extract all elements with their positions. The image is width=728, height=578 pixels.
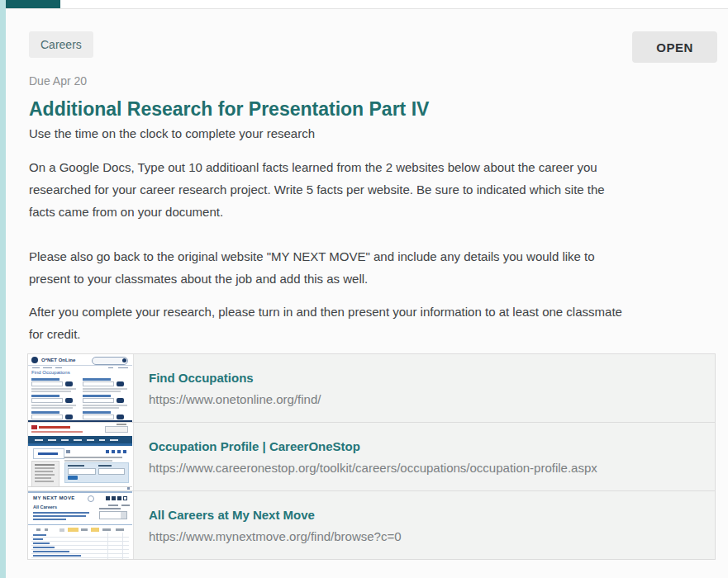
assignment-paragraph: On a Google Docs, Type out 10 additioanl… (29, 156, 634, 223)
assignment-paragraph: Please also go back to the original webs… (29, 245, 634, 290)
occupation-profile-tab (33, 448, 64, 459)
link-title[interactable]: Find Occupations (149, 371, 321, 385)
assignment-page: Careers OPEN Due Apr 20 Additional Resea… (0, 0, 728, 578)
link-url: https://www.onetonline.org/find/ (149, 392, 321, 406)
link-title[interactable]: Occupation Profile | CareerOneStop (149, 439, 597, 453)
onet-logo-icon (31, 357, 38, 363)
resource-link-card-mynextmove[interactable]: MY NEXT MOVE All Careers (27, 490, 716, 560)
resource-link-card-careeronestop[interactable]: Occupation Profile | CareerOneStop https… (27, 422, 716, 491)
careeronestop-thumbnail (28, 423, 134, 490)
top-tab-bar (6, 0, 728, 9)
mynextmove-compass-icon (88, 495, 94, 502)
careeronestop-logo-icon (31, 425, 37, 429)
link-url: https://www.careeronestop.org/toolkit/ca… (149, 461, 597, 475)
page-title: Additional Research for Presentation Par… (29, 98, 429, 121)
my-next-move-thumbnail: MY NEXT MOVE All Careers (28, 491, 134, 559)
link-title[interactable]: All Careers at My Next Move (149, 508, 402, 522)
assignment-paragraph: After you complete your research, please… (29, 301, 634, 345)
onet-brand-text: O*NET OnLine (41, 358, 75, 362)
open-button[interactable]: OPEN (632, 31, 717, 63)
resource-link-card-onet[interactable]: O*NET OnLine Find Occupations (27, 353, 716, 423)
mynextmove-heading-text: All Careers (33, 505, 57, 509)
left-accent-strip (0, 0, 6, 578)
due-date: Due Apr 20 (29, 74, 87, 88)
careeronestop-submit-button (68, 476, 78, 480)
category-badge: Careers (29, 31, 93, 58)
careeronestop-form-panel (64, 462, 129, 483)
mynextmove-brand-text: MY NEXT MOVE (33, 495, 75, 500)
onet-search-box (92, 357, 128, 365)
onet-online-thumbnail: O*NET OnLine Find Occupations (28, 354, 134, 422)
onet-heading-text: Find Occupations (31, 370, 70, 375)
link-url: https://www.mynextmove.org/find/browse?c… (149, 529, 402, 543)
assignment-subtitle: Use the time on the clock to complete yo… (29, 126, 315, 140)
careeronestop-search-box (105, 426, 128, 433)
active-tab-indicator[interactable] (6, 0, 60, 8)
careeronestop-sidebar (31, 461, 59, 487)
mynextmove-dropdown (99, 511, 127, 519)
